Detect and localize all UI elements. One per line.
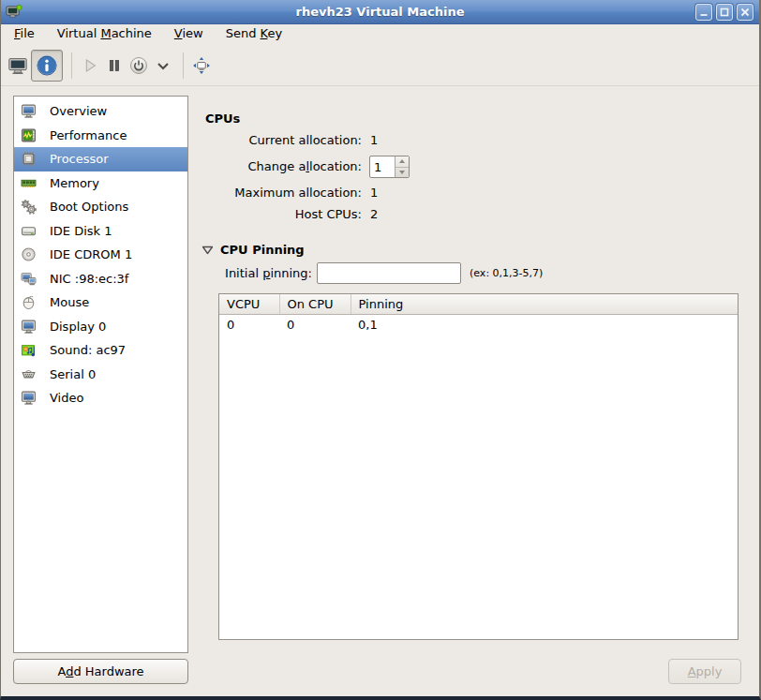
change-allocation-spinner[interactable]	[369, 156, 410, 178]
console-icon	[7, 54, 28, 77]
table-header-row: VCPU On CPU Pinning	[219, 294, 738, 314]
menubar: File Virtual Machine View Send Key	[1, 24, 759, 45]
mouse-icon	[21, 294, 37, 310]
host-cpus-label: Host CPUs:	[205, 207, 362, 221]
change-allocation-label: Change allocation:	[205, 159, 362, 173]
current-allocation-label: Current allocation:	[205, 133, 362, 147]
pause-icon	[104, 54, 125, 77]
sidebar-item-sound[interactable]: Sound: ac97	[14, 338, 187, 363]
gears-icon	[21, 199, 37, 215]
shutdown-button[interactable]	[127, 50, 150, 82]
menu-file[interactable]: File	[3, 24, 46, 45]
cdrom-disc-icon	[21, 246, 37, 262]
sound-card-icon	[21, 342, 37, 358]
hardware-list: Overview Performance Processor Memory Bo…	[13, 96, 188, 653]
menu-view[interactable]: View	[163, 24, 215, 45]
serial-port-icon	[21, 366, 37, 382]
window-title: rhevh23 Virtual Machine	[1, 5, 759, 19]
details-button[interactable]	[31, 50, 63, 82]
initial-pinning-label: Initial pinning:	[205, 266, 312, 280]
toolbar-separator	[183, 52, 184, 79]
add-hardware-button[interactable]: Add Hardware	[13, 659, 188, 684]
menu-send-key[interactable]: Send Key	[215, 24, 293, 45]
sidebar-item-mouse[interactable]: Mouse	[14, 290, 187, 315]
console-button[interactable]	[7, 50, 29, 82]
sidebar-item-serial-0[interactable]: Serial 0	[14, 363, 187, 387]
initial-pinning-input[interactable]	[317, 262, 461, 284]
network-icon	[21, 271, 37, 287]
details-info-icon	[35, 53, 59, 78]
sidebar-item-processor[interactable]: Processor	[14, 147, 187, 171]
sidebar-item-overview[interactable]: Overview	[14, 99, 187, 124]
sidebar-item-video[interactable]: Video	[14, 386, 187, 410]
maximum-allocation-label: Maximum allocation:	[205, 186, 362, 200]
cell-vcpu: 0	[219, 314, 279, 335]
hard-disk-icon	[21, 223, 37, 239]
toolbar-separator	[71, 52, 72, 79]
performance-chart-icon	[21, 127, 37, 143]
sidebar-item-display-0[interactable]: Display 0	[14, 315, 187, 339]
cpus-section-heading: CPUs	[205, 112, 240, 126]
content-area: Overview Performance Processor Memory Bo…	[1, 86, 759, 696]
cpu-chip-icon	[21, 151, 37, 167]
ram-icon	[21, 175, 37, 191]
shutdown-power-icon	[128, 53, 149, 78]
cell-on-cpu: 0	[279, 314, 351, 335]
pause-button[interactable]	[103, 50, 126, 82]
monitor-icon	[21, 319, 37, 335]
apply-button[interactable]: Apply	[668, 659, 741, 684]
sidebar-item-nic[interactable]: NIC :98:ec:3f	[14, 267, 187, 291]
run-button[interactable]	[79, 50, 101, 82]
sidebar-item-boot-options[interactable]: Boot Options	[14, 195, 187, 219]
titlebar[interactable]: rhevh23 Virtual Machine	[1, 0, 759, 24]
maximum-allocation-value: 1	[370, 186, 378, 200]
chevron-down-icon	[155, 57, 172, 74]
shutdown-menu-button[interactable]	[152, 50, 174, 82]
vcpu-pinning-table[interactable]: VCPU On CPU Pinning 0 0 0,1	[218, 293, 739, 640]
sidebar-item-ide-cdrom-1[interactable]: IDE CDROM 1	[14, 243, 187, 267]
column-header-pinning[interactable]: Pinning	[351, 294, 738, 314]
virt-manager-window: rhevh23 Virtual Machine File Virtual Mac…	[0, 0, 761, 700]
menu-virtual-machine[interactable]: Virtual Machine	[46, 24, 163, 45]
host-cpus-value: 2	[370, 207, 378, 221]
change-allocation-input[interactable]	[370, 156, 395, 177]
current-allocation-value: 1	[370, 133, 378, 147]
cpu-pinning-heading[interactable]: CPU Pinning	[220, 243, 305, 257]
cell-pinning: 0,1	[351, 314, 738, 335]
spinner-down-icon[interactable]	[395, 168, 409, 178]
expander-open-icon[interactable]	[201, 245, 214, 256]
table-row[interactable]: 0 0 0,1	[219, 314, 738, 335]
pinning-format-hint: (ex: 0,1,3-5,7)	[470, 267, 543, 279]
sidebar-item-memory[interactable]: Memory	[14, 171, 187, 196]
sidebar-item-ide-disk-1[interactable]: IDE Disk 1	[14, 219, 187, 244]
column-header-on-cpu[interactable]: On CPU	[279, 294, 351, 314]
run-play-icon	[80, 54, 100, 77]
sidebar-item-performance[interactable]: Performance	[14, 124, 187, 148]
fullscreen-button[interactable]	[190, 50, 213, 82]
column-header-vcpu[interactable]: VCPU	[219, 294, 279, 314]
spinner-up-icon[interactable]	[395, 156, 409, 168]
monitor-icon	[21, 390, 37, 406]
monitor-icon	[21, 103, 37, 119]
fullscreen-icon	[191, 53, 212, 78]
toolbar	[1, 45, 759, 86]
